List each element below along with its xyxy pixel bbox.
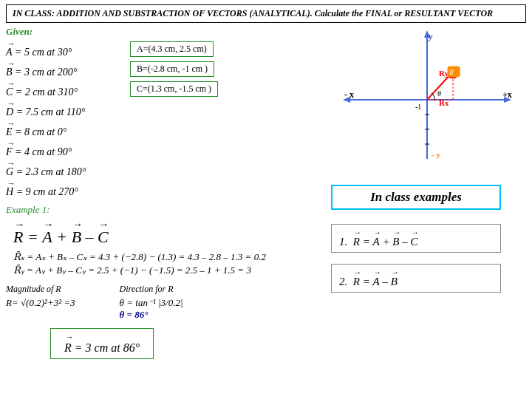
vector-row-g: →G = 2.3 cm at 180° [6,159,316,178]
vector-c-text: →C = 2 cm at 310° [6,79,124,98]
svg-text:θ: θ [437,89,441,98]
vector-row-h: →H = 9 cm at 270° [6,179,316,198]
coordinate-system: y +x - x - y -1 Ry Rx θ R [338,26,516,174]
in-class-label: In class examples [370,190,462,204]
vector-h-text: →H = 9 cm at 270° [6,179,124,198]
vector-g-text: →G = 2.3 cm at 180° [6,159,124,178]
direction-label: Direction for R [120,284,183,295]
vector-d-text: →D = 7.5 cm at 110° [6,99,124,118]
ry-line: R̄ᵧ = Aᵧ + Bᵧ – Cᵧ = 2.5 + (−1) − (−1.5)… [13,265,316,276]
direction-section: Direction for R θ = tan⁻¹ |3/0.2| θ = 86… [120,278,183,321]
svg-text:- x: - x [344,89,354,100]
svg-text:-1: -1 [415,103,421,111]
direction-result: θ = 86° [120,309,183,321]
vector-c-box: C=(1.3 cm, -1.5 cm ) [130,81,218,97]
vector-b-text: →B = 3 cm at 200° [6,59,124,78]
vector-row-b: →B = 3 cm at 200° B=(-2.8 cm, -1 cm ) [6,59,316,78]
result-box: →R = 3 cm at 86° [50,328,154,359]
svg-text:y: y [428,31,433,41]
vector-b-box: B=(-2.8 cm, -1 cm ) [130,61,214,77]
header-title: IN CLASS: ADDITION AND SUBSTRACTION OF V… [6,4,526,23]
vector-a-box: A=(4.3 cm, 2.5 cm) [130,41,214,57]
vector-e-text: →E = 8 cm at 0° [6,119,124,138]
example1-label: Example 1: [6,204,316,216]
svg-text:R: R [449,68,454,76]
vector-row-a: →A = 5 cm at 30° A=(4.3 cm, 2.5 cm) [6,39,316,58]
svg-text:+x: +x [502,89,512,100]
example2-box: 2. →R = →A – →B [331,264,501,293]
magnitude-section: Magnitude of R R= √(0.2)²+3² =3 [6,278,75,321]
vector-a-text: →A = 5 cm at 30° [6,39,124,58]
vector-f-text: →F = 4 cm at 90° [6,139,124,158]
svg-text:- y: - y [432,150,440,159]
vector-row-d: →D = 7.5 cm at 110° [6,99,316,118]
in-class-examples-box: In class examples [331,185,501,210]
example1-box: 1. →R = →A + →B – →C [331,224,501,253]
direction-formula: θ = tan⁻¹ |3/0.2| [120,297,183,309]
header-text: IN CLASS: ADDITION AND SUBSTRACTION OF V… [13,8,493,18]
magnitude-value: R= √(0.2)²+3² =3 [6,297,75,309]
example1-formula: →R = →A + →B – →C [13,219,316,247]
magnitude-label: Magnitude of R [6,284,75,295]
vector-row-e: →E = 8 cm at 0° [6,119,316,138]
rx-line: R̄ₓ = Aₓ + Bₓ – Cₓ = 4.3 + (−2.8) − (1.3… [13,251,316,263]
magnitude-direction-row: Magnitude of R R= √(0.2)²+3² =3 Directio… [6,278,316,321]
vector-row-f: →F = 4 cm at 90° [6,139,316,158]
given-label: Given: [6,26,316,38]
vector-row-c: →C = 2 cm at 310° C=(1.3 cm, -1.5 cm ) [6,79,316,98]
